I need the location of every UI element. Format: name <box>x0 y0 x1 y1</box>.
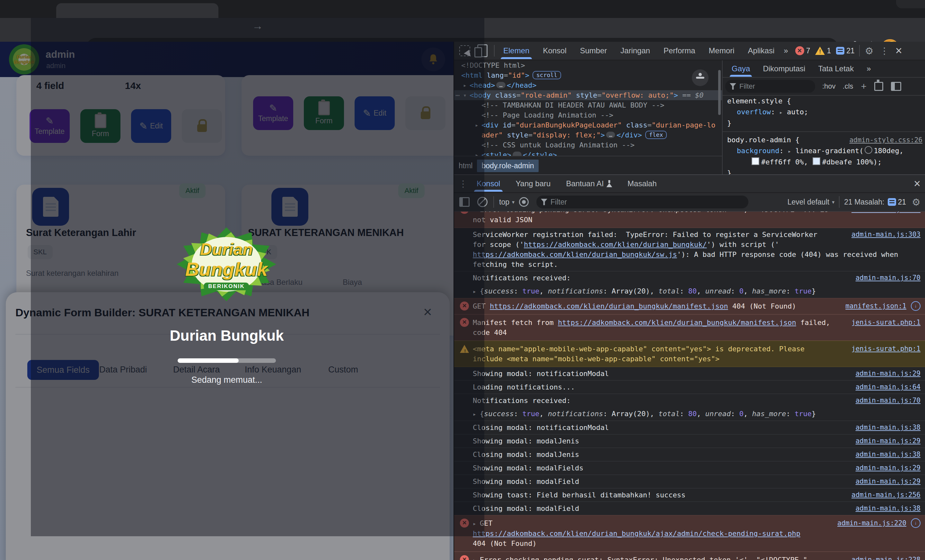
dom-tree-line[interactable]: <!-- CSS untuk Loading Animation --> <box>454 140 722 150</box>
web-page: DurianBungkuk admin admin 4 field 14x ✎T… <box>0 42 453 560</box>
source-link[interactable]: jenis-surat.php:1 <box>851 318 920 328</box>
drawer-close-icon[interactable]: × <box>914 179 920 188</box>
more-tabs-chevron[interactable]: » <box>784 42 788 59</box>
color-swatch[interactable] <box>813 157 820 165</box>
live-expression-icon[interactable] <box>519 197 529 207</box>
accessibility-person-icon[interactable] <box>692 69 708 86</box>
source-link[interactable]: admin-main.js:38 <box>856 450 920 459</box>
url-link[interactable]: https://adkomback.com/klien/durian_bungk… <box>524 241 707 248</box>
url-link[interactable]: https://adkomback.com/klien/durian_bungk… <box>490 302 728 310</box>
issues-link[interactable]: 21 Masalah: <box>844 198 884 206</box>
source-link[interactable]: admin-main.js:38 <box>856 503 920 513</box>
console-tab-masalah[interactable]: Masalah <box>628 176 657 192</box>
issues-count: 21 <box>898 198 906 206</box>
styles-tab-»[interactable]: » <box>866 61 871 77</box>
styles-tab-dikomputasi[interactable]: Dikomputasi <box>763 61 805 77</box>
dom-breadcrumbs: htmlbody.role-admin <box>454 156 722 175</box>
settings-gear-icon[interactable]: ⚙ <box>865 45 874 57</box>
elements-scrollbar[interactable] <box>718 70 721 115</box>
log-level-selector[interactable]: Level default <box>788 198 829 206</box>
issues-badge-icon[interactable] <box>836 47 844 54</box>
source-link[interactable]: admin-main.js:64 <box>856 382 920 392</box>
console-message: ▸ {success: true, notifications: Array(2… <box>454 407 925 421</box>
devtools-tab-konsol[interactable]: Konsol <box>543 42 566 59</box>
screen: ← → adkomback.com/klien/durian_bungkuk/a… <box>0 0 925 560</box>
devtools-tab-memori[interactable]: Memori <box>709 42 735 59</box>
flask-icon <box>606 180 612 187</box>
new-style-rule-icon[interactable]: + <box>861 81 867 92</box>
dom-badge-flex[interactable]: flex <box>645 131 667 139</box>
breadcrumb-body.role-admin[interactable]: body.role-admin <box>477 160 538 172</box>
console-message: admin-main.js:70Notifications received: <box>454 394 925 407</box>
source-link[interactable]: admin-main.js:303 <box>851 230 920 239</box>
devtools-tab-aplikasi[interactable]: Aplikasi <box>748 42 775 59</box>
source-link[interactable]: admin-main.js:228 <box>851 555 920 560</box>
devtools-tab-elemen[interactable]: Elemen <box>503 42 529 59</box>
console-filter-input[interactable]: Filter <box>536 196 748 208</box>
console-tab-yang-baru[interactable]: Yang baru <box>515 176 550 192</box>
console-message: admin-main.js:38Closing modal: notificat… <box>454 421 925 434</box>
console-message: admin-main.js:64Loading notifications... <box>454 380 925 394</box>
source-link[interactable]: admin-main.js:29 <box>856 463 920 473</box>
dom-tree-line[interactable]: <!DOCTYPE html> <box>454 60 722 70</box>
expand-toggle-icon[interactable]: ▸ <box>473 557 480 560</box>
source-link[interactable]: admin-main.js:29 <box>856 477 920 486</box>
devtools-tab-sumber[interactable]: Sumber <box>580 42 607 59</box>
source-link[interactable]: admin-main.js:29 <box>856 436 920 446</box>
devtools-tab-performa[interactable]: Performa <box>664 42 695 59</box>
dom-tree-line[interactable]: ▸<div id="durianBungkukPageLoader" class… <box>454 120 722 130</box>
context-selector[interactable]: top <box>499 198 509 206</box>
dom-tree-line[interactable]: ▸<head>…</head> <box>454 80 722 90</box>
funnel-icon <box>541 199 547 205</box>
devtools-menu-icon[interactable]: ⋮ <box>880 45 889 56</box>
rendering-brush-icon[interactable] <box>874 82 883 91</box>
color-swatch[interactable] <box>752 157 759 165</box>
url-link[interactable]: https://adkomback.com/klien/durian_bungk… <box>558 319 796 327</box>
gradient-angle-swatch[interactable] <box>865 146 872 154</box>
warning-badge-icon[interactable]: ! <box>815 47 825 55</box>
source-link[interactable]: admin-main.js:220 <box>837 518 906 528</box>
collapsed-content-pill[interactable]: … <box>496 82 505 88</box>
browser-tab[interactable] <box>56 3 218 18</box>
source-link[interactable]: admin-main.js:70 <box>856 396 920 406</box>
source-link[interactable]: admin-main.js:38 <box>856 423 920 432</box>
console-tab-bantuan-ai[interactable]: Bantuan AI <box>566 176 612 192</box>
styles-tab-tata-letak[interactable]: Tata Letak <box>818 61 854 77</box>
hover-toggle[interactable]: :hov <box>822 82 836 90</box>
console-message: admin-main.js:228✕▸ Error checking pendi… <box>454 552 925 560</box>
source-link[interactable]: admin-main.js:70 <box>856 273 920 283</box>
css-property[interactable]: background <box>737 147 779 155</box>
devtools-tab-jaringan[interactable]: Jaringan <box>621 42 650 59</box>
styles-tab-gaya[interactable]: Gaya <box>732 61 750 77</box>
dom-tree-line[interactable]: ⋯▾<body class="role-admin" style="overfl… <box>454 90 722 100</box>
dom-tree-line[interactable]: <html lang="id">scroll <box>454 70 722 80</box>
source-link[interactable]: manifest.json:1 <box>845 301 906 311</box>
dom-tree-line[interactable]: ▸<style>…</style> <box>454 150 722 156</box>
dom-tree-line[interactable]: <!-- TAMBAHKAN DI HEADER ATAU AWAL BODY … <box>454 100 722 110</box>
url-link[interactable]: https://adkomback.com/klien/durian_bungk… <box>473 530 800 537</box>
source-link[interactable]: admin-main.js:256 <box>851 490 920 500</box>
error-badge-icon[interactable]: ✕ <box>795 46 804 55</box>
stylesheet-link[interactable]: admin-style.css:26 <box>849 135 922 145</box>
panel-layout-icon[interactable] <box>891 82 901 91</box>
devtools-close-icon[interactable]: × <box>895 46 902 56</box>
url-link[interactable]: https://adkomback.com/klien/durian_bungk… <box>473 250 677 259</box>
dom-badge-scroll[interactable]: scroll <box>533 71 561 79</box>
console-message: admin-main.js:38Closing modal: modalFiel… <box>454 501 925 515</box>
collapsed-content-pill[interactable]: … <box>512 152 521 156</box>
dom-tree-line[interactable]: ader" style="display: flex;">…</div>flex <box>454 130 722 140</box>
styles-filter-input[interactable]: Filter <box>725 80 815 93</box>
class-toggle[interactable]: .cls <box>843 82 853 90</box>
request-initiator-icon[interactable]: ↓ <box>911 518 920 528</box>
source-link[interactable]: jenis-surat.php:1 <box>851 344 920 354</box>
funnel-icon <box>730 83 736 90</box>
source-link[interactable]: admin-main.js:29 <box>856 369 920 379</box>
console-settings-icon[interactable]: ⚙ <box>912 197 920 208</box>
css-property[interactable]: overflow <box>737 108 771 116</box>
request-initiator-icon[interactable]: ↓ <box>911 301 920 311</box>
console-message: jenis-surat.php:1!<meta name="apple-mobi… <box>454 341 925 367</box>
dom-tree-line[interactable]: <!-- Page Loading Animation --> <box>454 110 722 120</box>
collapsed-content-pill[interactable]: … <box>606 132 615 138</box>
browser-toolbar: ← → adkomback.com/klien/durian_bungkuk/a… <box>0 18 925 42</box>
warning-count: 1 <box>827 47 831 55</box>
